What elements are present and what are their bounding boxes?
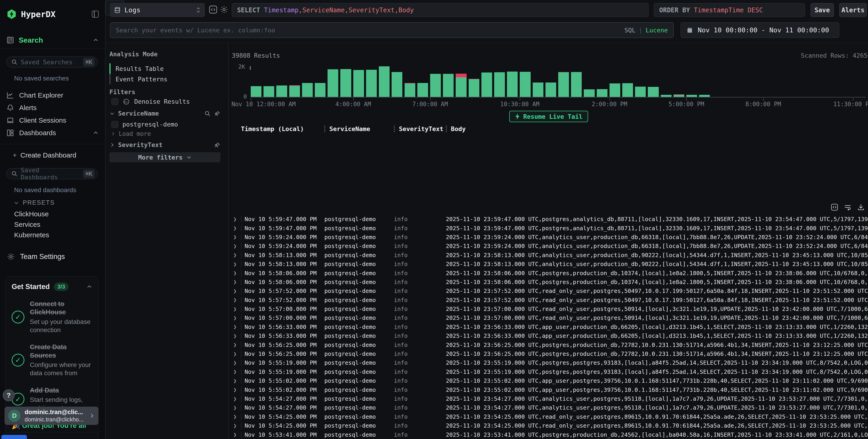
table-row[interactable]: ❯Nov 10 5:55:02.000 PMpostgresql-demoinf… [229, 376, 868, 385]
histogram-bar[interactable] [289, 66, 300, 97]
table-row[interactable]: ❯Nov 10 5:57:00.000 PMpostgresql-demoinf… [229, 305, 868, 313]
histogram-bar[interactable] [571, 66, 582, 97]
saved-searches-input[interactable]: Saved Searches ⌘K [6, 57, 98, 67]
lang-toggle-sql[interactable]: SQL [624, 27, 636, 34]
histogram-bar[interactable] [276, 66, 287, 97]
histogram-bar[interactable] [456, 66, 466, 97]
table-row[interactable]: ❯Nov 10 5:54:25.000 PMpostgresql-demoinf… [229, 412, 868, 421]
events-histogram[interactable]: 2K 0 Nov 10 12:00:00 AM4:00:00 AM7:00:00… [251, 66, 866, 98]
column-header-severitytext[interactable]: SeverityText [394, 125, 446, 132]
order-by-input[interactable]: ORDER BY TimestampTime DESC [654, 3, 805, 17]
table-row[interactable]: ❯Nov 10 5:59:24.000 PMpostgresql-demoinf… [229, 233, 868, 242]
row-expander-icon[interactable]: ❯ [229, 369, 241, 375]
histogram-bar[interactable] [674, 66, 684, 97]
table-row[interactable]: ❯Nov 10 5:59:24.000 PMpostgresql-demoinf… [229, 242, 868, 251]
row-expander-icon[interactable]: ❯ [229, 216, 241, 222]
table-row[interactable]: ❯Nov 10 5:54:27.000 PMpostgresql-demoinf… [229, 394, 868, 403]
pin-icon[interactable] [214, 110, 220, 117]
saved-dashboards-input[interactable]: Saved Dashboards ⌘K [6, 168, 98, 179]
mode-event-patterns[interactable]: Event Patterns [110, 74, 220, 84]
table-body[interactable]: ❯Nov 10 5:59:47.000 PMpostgresql-demoinf… [229, 215, 868, 439]
pin-icon[interactable] [214, 142, 220, 148]
histogram-bar[interactable] [353, 66, 364, 97]
row-expander-icon[interactable]: ❯ [229, 252, 241, 258]
histogram-bar[interactable] [507, 66, 518, 97]
sidebar-collapse-icon[interactable] [92, 11, 99, 18]
histogram-bar[interactable] [494, 66, 505, 97]
table-row[interactable]: ❯Nov 10 5:59:47.000 PMpostgresql-demoinf… [229, 215, 868, 224]
sidebar-item-dashboards[interactable]: Dashboards [6, 127, 99, 139]
wrap-text-icon[interactable] [844, 203, 851, 211]
get-started-step-connect[interactable]: ✓ Connect to ClickHouse Set up your data… [11, 300, 92, 334]
histogram-bar[interactable] [469, 66, 479, 97]
source-settings-gear-icon[interactable] [219, 5, 228, 14]
mode-results-table[interactable]: Results Table [110, 63, 220, 74]
row-expander-icon[interactable]: ❯ [229, 315, 241, 321]
row-expander-icon[interactable]: ❯ [229, 279, 241, 285]
histogram-bar[interactable] [661, 66, 672, 97]
histogram-bar[interactable] [648, 66, 658, 97]
date-range-picker[interactable]: Nov 10 00:00:00 - Nov 11 00:00:00 [681, 22, 839, 38]
histogram-bar[interactable] [405, 66, 415, 97]
help-button[interactable]: ? [3, 389, 14, 401]
code-toggle-icon[interactable] [209, 5, 218, 14]
table-row[interactable]: ❯Nov 10 5:53:41.000 PMpostgresql-demoinf… [229, 430, 868, 439]
histogram-bar[interactable] [699, 66, 710, 97]
row-expander-icon[interactable]: ❯ [229, 396, 241, 402]
row-expander-icon[interactable]: ❯ [229, 360, 241, 366]
more-filters-button[interactable]: More filters [110, 152, 220, 162]
row-expander-icon[interactable]: ❯ [229, 422, 241, 429]
histogram-bar[interactable] [558, 66, 569, 97]
row-expander-icon[interactable]: ❯ [229, 432, 241, 438]
select-columns-input[interactable]: SELECT Timestamp ,ServiceName,SeverityTe… [232, 3, 649, 17]
filter-value-postgresql-demo[interactable]: postgresql-demo [112, 121, 178, 128]
row-expander-icon[interactable]: ❯ [229, 386, 241, 393]
table-row[interactable]: ❯Nov 10 5:55:02.000 PMpostgresql-demoinf… [229, 385, 868, 394]
column-header-body[interactable]: Body [446, 125, 868, 132]
create-dashboard-button[interactable]: + Create Dashboard [13, 151, 76, 159]
filter-group-severitytext[interactable]: SeverityText [110, 141, 220, 148]
table-row[interactable]: ❯Nov 10 5:58:13.000 PMpostgresql-demoinf… [229, 251, 868, 260]
preset-item-kubernetes[interactable]: Kubernetes [14, 231, 49, 239]
row-expander-icon[interactable]: ❯ [229, 297, 241, 303]
histogram-bar[interactable] [584, 66, 594, 97]
sidebar-item-search[interactable]: Search [6, 35, 99, 45]
row-expander-icon[interactable]: ❯ [229, 234, 241, 240]
table-row[interactable]: ❯Nov 10 5:55:19.000 PMpostgresql-demoinf… [229, 358, 868, 367]
row-expander-icon[interactable]: ❯ [229, 270, 241, 276]
histogram-bar[interactable] [328, 66, 338, 97]
table-row[interactable]: ❯Nov 10 5:54:25.000 PMpostgresql-demoinf… [229, 421, 868, 430]
histogram-bar[interactable] [635, 66, 646, 97]
row-expander-icon[interactable]: ❯ [229, 261, 241, 268]
histogram-bar[interactable] [533, 66, 544, 97]
histogram-bar[interactable] [520, 66, 530, 97]
histogram-bar[interactable] [251, 66, 261, 97]
chat-launcher[interactable] [1, 435, 27, 439]
column-resize-handle[interactable] [446, 126, 447, 132]
histogram-bar[interactable] [610, 66, 620, 97]
histogram-bar[interactable] [597, 66, 608, 97]
table-row[interactable]: ❯Nov 10 5:57:52.000 PMpostgresql-demoinf… [229, 295, 868, 305]
row-expander-icon[interactable]: ❯ [229, 225, 241, 231]
resume-live-tail-button[interactable]: Resume Live Tail [509, 111, 588, 122]
download-icon[interactable] [857, 203, 865, 211]
row-expander-icon[interactable]: ❯ [229, 342, 241, 348]
histogram-bar[interactable] [392, 66, 402, 97]
histogram-bar[interactable] [430, 66, 441, 97]
get-started-step-datasources[interactable]: ✓ Create Data Sources Configure where yo… [11, 343, 92, 377]
denoise-checkbox[interactable] [112, 98, 118, 105]
table-row[interactable]: ❯Nov 10 5:58:13.000 PMpostgresql-demoinf… [229, 260, 868, 269]
preset-item-services[interactable]: Services [14, 221, 40, 228]
save-button[interactable]: Save [811, 3, 834, 17]
search-icon[interactable] [204, 110, 211, 117]
table-row[interactable]: ❯Nov 10 5:56:25.000 PMpostgresql-demoinf… [229, 340, 868, 349]
column-resize-handle[interactable] [324, 126, 325, 132]
row-expander-icon[interactable]: ❯ [229, 333, 241, 339]
row-expander-icon[interactable]: ❯ [229, 306, 241, 312]
table-row[interactable]: ❯Nov 10 5:54:27.000 PMpostgresql-demoinf… [229, 403, 868, 412]
filter-group-servicename[interactable]: ServiceName [110, 110, 220, 117]
histogram-bar[interactable] [366, 66, 377, 97]
histogram-bar[interactable] [302, 66, 313, 97]
code-view-icon[interactable] [831, 203, 838, 211]
histogram-bar[interactable] [546, 66, 556, 97]
